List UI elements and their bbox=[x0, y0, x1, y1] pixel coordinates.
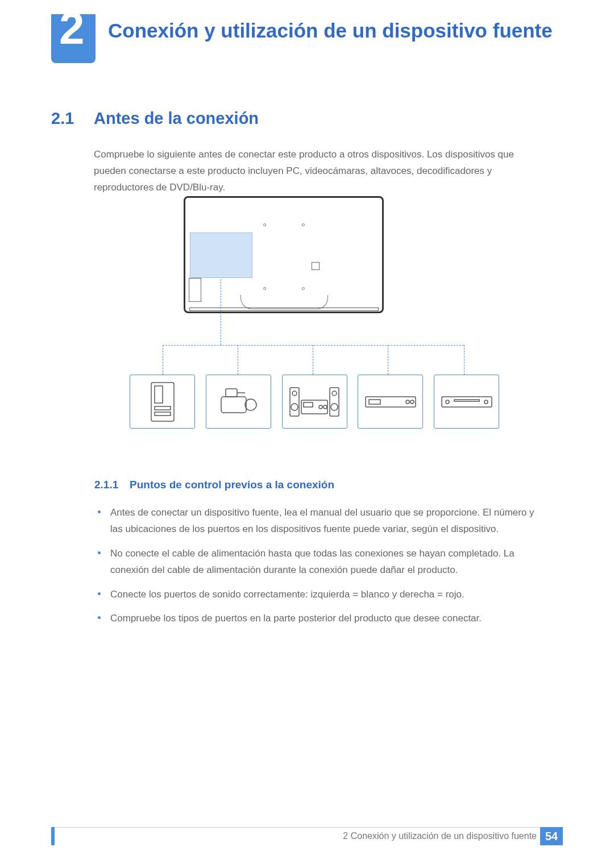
screw-dot-icon bbox=[263, 223, 266, 226]
port-panel-highlight bbox=[190, 232, 252, 278]
svg-rect-18 bbox=[369, 400, 380, 404]
svg-point-20 bbox=[410, 400, 414, 404]
list-item: No conecte el cable de alimentación hast… bbox=[94, 546, 549, 579]
connector-line bbox=[163, 345, 163, 375]
subsection-title: Puntos de control previos a la conexión bbox=[130, 479, 334, 491]
manual-page: 2 Conexión y utilización de un dispositi… bbox=[0, 0, 614, 868]
section-intro: Compruebe lo siguiente antes de conectar… bbox=[94, 147, 549, 196]
device-row bbox=[130, 375, 499, 429]
list-item: Compruebe los tipos de puertos en la par… bbox=[94, 610, 549, 627]
svg-point-9 bbox=[291, 404, 298, 410]
connector-line bbox=[221, 279, 221, 345]
page-number: 54 bbox=[540, 827, 563, 845]
svg-point-24 bbox=[484, 400, 488, 404]
monitor-base-icon bbox=[189, 308, 379, 311]
svg-point-12 bbox=[331, 404, 338, 410]
page-footer: 2 Conexión y utilización de un dispositi… bbox=[51, 827, 563, 845]
power-port-icon bbox=[189, 278, 201, 302]
svg-point-5 bbox=[245, 399, 256, 410]
screw-dot-icon bbox=[302, 287, 305, 290]
section-number: 2.1 bbox=[51, 109, 74, 128]
svg-rect-4 bbox=[221, 397, 246, 413]
connector-line bbox=[313, 345, 313, 375]
device-camcorder-icon bbox=[206, 375, 271, 429]
device-dvd-icon bbox=[434, 375, 499, 429]
svg-rect-6 bbox=[226, 389, 237, 397]
device-pc-icon bbox=[130, 375, 195, 429]
checklist: Antes de conectar un dispositivo fuente,… bbox=[94, 505, 549, 635]
screw-dot-icon bbox=[263, 287, 266, 290]
chapter-title: Conexión y utilización de un dispositivo… bbox=[108, 18, 563, 43]
svg-rect-2 bbox=[155, 406, 171, 410]
svg-rect-3 bbox=[155, 412, 171, 416]
screw-dot-icon bbox=[302, 223, 305, 226]
svg-point-19 bbox=[406, 400, 409, 404]
connector-line bbox=[464, 345, 464, 375]
svg-rect-14 bbox=[304, 402, 313, 407]
section-title: Antes de la conexión bbox=[94, 109, 259, 128]
list-item: Conecte los puertos de sonido correctame… bbox=[94, 587, 549, 603]
connector-line bbox=[163, 345, 464, 346]
usb-port-icon bbox=[312, 262, 320, 270]
svg-point-23 bbox=[446, 400, 449, 404]
svg-point-8 bbox=[292, 391, 297, 396]
device-settopbox-icon bbox=[358, 375, 423, 429]
svg-rect-1 bbox=[155, 386, 163, 403]
svg-point-11 bbox=[332, 391, 337, 396]
connector-line bbox=[388, 345, 388, 375]
svg-rect-10 bbox=[330, 388, 339, 416]
svg-rect-22 bbox=[454, 400, 479, 401]
svg-rect-7 bbox=[290, 388, 299, 416]
list-item: Antes de conectar un dispositivo fuente,… bbox=[94, 505, 549, 538]
svg-rect-17 bbox=[366, 397, 416, 407]
svg-point-15 bbox=[319, 405, 322, 409]
connection-diagram bbox=[130, 196, 499, 441]
subsection-number: 2.1.1 bbox=[94, 479, 118, 491]
chapter-number: 2 bbox=[59, 6, 85, 51]
device-speakers-icon bbox=[282, 375, 347, 429]
footer-chapter-label: 2 Conexión y utilización de un dispositi… bbox=[343, 831, 537, 841]
svg-point-16 bbox=[323, 405, 327, 409]
connector-line bbox=[238, 345, 238, 375]
